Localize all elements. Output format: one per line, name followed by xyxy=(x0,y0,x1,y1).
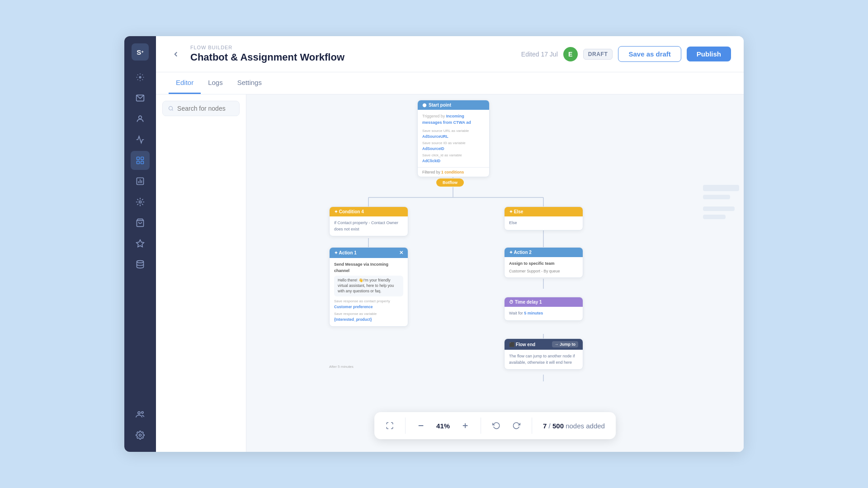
flow-connectors xyxy=(246,94,744,452)
header: FLOW BUILDER Chatbot & Assignment Workfl… xyxy=(156,36,744,72)
tabs-bar: Editor Logs Settings xyxy=(156,72,744,94)
decision-pill[interactable]: Botflow xyxy=(436,178,464,187)
svg-point-14 xyxy=(137,261,144,263)
sidebar-icon-database[interactable] xyxy=(131,255,150,274)
header-title-section: FLOW BUILDER Chatbot & Assignment Workfl… xyxy=(190,45,514,63)
publish-button[interactable]: Publish xyxy=(687,47,731,61)
time-delay-node[interactable]: ⏱ Time delay 1 Wait for 5 minutes xyxy=(504,297,583,321)
search-box[interactable] xyxy=(162,101,240,116)
sidebar: S+ xyxy=(124,36,156,452)
sidebar-icon-flow-builder[interactable] xyxy=(131,151,150,170)
zoom-in-button[interactable] xyxy=(458,418,472,433)
svg-rect-3 xyxy=(137,157,140,160)
fit-screen-button[interactable] xyxy=(382,418,397,433)
svg-point-0 xyxy=(139,76,141,78)
nodes-count-label: 7 / 500 nodes added xyxy=(532,422,616,430)
svg-point-30 xyxy=(423,103,426,107)
back-button[interactable] xyxy=(169,47,183,61)
sidebar-icon-store[interactable] xyxy=(131,213,150,232)
tab-logs[interactable]: Logs xyxy=(201,72,230,94)
save-draft-button[interactable]: Save as draft xyxy=(618,46,681,62)
app-logo[interactable]: S+ xyxy=(132,43,149,61)
svg-rect-4 xyxy=(141,157,144,160)
svg-point-17 xyxy=(139,434,142,436)
search-icon xyxy=(168,105,174,112)
condition4-node[interactable]: ✦ Condition 4 If Contact property - Cont… xyxy=(329,206,408,236)
start-node[interactable]: Start point Triggered by Incoming messag… xyxy=(417,100,490,177)
page-title: Chatbot & Assignment Workflow xyxy=(190,52,514,63)
svg-point-2 xyxy=(139,116,142,119)
action1-node[interactable]: ✦ Action 1 ✕ Send Message via Incoming c… xyxy=(329,247,408,327)
sidebar-icon-contacts[interactable] xyxy=(131,109,150,128)
zoom-label: 41% xyxy=(434,422,453,430)
flow-canvas[interactable]: Start point Triggered by Incoming messag… xyxy=(246,94,744,452)
svg-rect-6 xyxy=(141,161,144,164)
svg-line-19 xyxy=(172,109,173,110)
sidebar-icon-settings[interactable] xyxy=(131,426,150,445)
left-panel xyxy=(156,94,246,452)
redo-button[interactable] xyxy=(509,418,524,433)
edited-label: Edited 17 Jul xyxy=(521,51,558,58)
sidebar-icon-reports[interactable] xyxy=(131,172,150,191)
draft-badge: DRAFT xyxy=(583,49,613,60)
sidebar-icon-ai[interactable] xyxy=(131,234,150,253)
svg-point-18 xyxy=(169,106,173,110)
sidebar-icon-team[interactable] xyxy=(131,405,150,424)
svg-point-11 xyxy=(139,201,142,203)
svg-point-15 xyxy=(138,412,140,414)
right-edge-nodes xyxy=(703,185,739,219)
svg-marker-13 xyxy=(137,240,144,247)
main-content: FLOW BUILDER Chatbot & Assignment Workfl… xyxy=(156,36,744,452)
sidebar-icon-integrations[interactable] xyxy=(131,192,150,211)
action2-node[interactable]: ✦ Action 2 Assign to specific team Custo… xyxy=(504,247,583,278)
else-node[interactable]: ✦ Else Else xyxy=(504,206,583,230)
undo-button[interactable] xyxy=(489,418,504,433)
tab-editor[interactable]: Editor xyxy=(169,72,201,94)
header-actions: Edited 17 Jul E DRAFT Save as draft Publ… xyxy=(521,46,731,62)
sidebar-icon-inbox[interactable] xyxy=(131,89,150,108)
search-input[interactable] xyxy=(177,105,234,112)
bottom-toolbar: 41% xyxy=(374,412,616,439)
sidebar-icon-broadcast[interactable] xyxy=(131,68,150,87)
zoom-out-button[interactable] xyxy=(414,418,428,433)
editor-area: Start point Triggered by Incoming messag… xyxy=(156,94,744,452)
svg-point-16 xyxy=(142,412,143,413)
breadcrumb: FLOW BUILDER xyxy=(190,45,514,50)
flow-end-node[interactable]: ⬛ Flow end → Jump to The flow can jump t… xyxy=(504,338,583,370)
sidebar-icon-campaigns[interactable] xyxy=(131,130,150,149)
user-avatar[interactable]: E xyxy=(563,47,578,61)
after-5-minutes: After 5 minutes xyxy=(329,365,354,369)
tab-settings[interactable]: Settings xyxy=(230,72,269,94)
svg-rect-5 xyxy=(137,161,140,164)
